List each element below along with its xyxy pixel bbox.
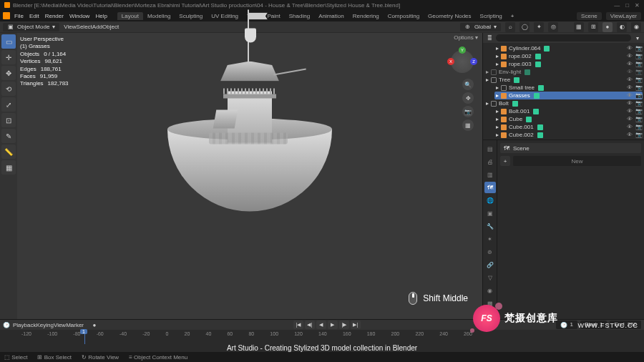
proportional-toggle[interactable]: ◯: [519, 22, 530, 32]
perspective-icon[interactable]: ▦: [462, 119, 474, 131]
outliner-item[interactable]: ▸ Env-light 👁 📷: [484, 68, 643, 76]
snap-toggle[interactable]: ⌕: [505, 22, 515, 32]
add-workspace-button[interactable]: +: [508, 12, 517, 20]
outliner-item[interactable]: ▸ Tree 👁 📷: [484, 76, 643, 84]
tab-output[interactable]: 🖨: [484, 156, 496, 167]
disable-icon[interactable]: 📷: [635, 84, 641, 91]
outliner-item[interactable]: ▸ Cube 👁 📷: [494, 115, 643, 123]
orientation-selector[interactable]: ⊕ Global ▾: [460, 23, 501, 31]
rotate-tool[interactable]: ⟲: [1, 82, 16, 96]
disclosure-icon[interactable]: ▸: [496, 84, 499, 91]
outliner-item[interactable]: ▸ Cube.002 👁 📷: [494, 131, 643, 139]
workspace-tab-geometry nodes[interactable]: Geometry Nodes: [424, 12, 475, 20]
hide-icon[interactable]: 👁: [627, 84, 633, 91]
tab-particles[interactable]: ✶: [484, 233, 496, 245]
axis-y[interactable]: Y: [459, 47, 466, 54]
disable-icon[interactable]: 📷: [635, 45, 641, 52]
disclosure-icon[interactable]: ▸: [496, 132, 499, 138]
tab-modifiers[interactable]: 🔧: [484, 220, 496, 232]
disable-icon[interactable]: 📷: [635, 132, 641, 138]
tab-texture[interactable]: ▩: [484, 298, 496, 309]
hide-icon[interactable]: 👁: [627, 77, 633, 83]
outliner-item[interactable]: ▸ rope.002 👁 📷: [494, 52, 643, 60]
hide-icon[interactable]: 👁: [627, 53, 633, 59]
zoom-icon[interactable]: 🔍: [462, 79, 474, 90]
menu-help[interactable]: Help: [92, 12, 109, 20]
outliner-item[interactable]: ▸ Cylinder.064 👁 📷: [494, 44, 643, 52]
disable-icon[interactable]: 📷: [635, 108, 641, 114]
tab-physics[interactable]: ⊚: [484, 246, 496, 258]
autokey-icon[interactable]: ●: [91, 321, 98, 328]
disclosure-icon[interactable]: ▸: [496, 45, 499, 52]
workspace-tab-uv editing[interactable]: UV Editing: [207, 12, 243, 20]
play-reverse-button[interactable]: ◀: [316, 321, 326, 329]
workspace-tab-rendering[interactable]: Rendering: [348, 12, 384, 20]
timeline-menu-keying[interactable]: Keying: [36, 322, 53, 328]
transform-tool[interactable]: ⊡: [1, 113, 16, 127]
outliner-search[interactable]: [496, 34, 631, 41]
header-menu-view[interactable]: View: [64, 24, 76, 30]
frame-current[interactable]: 🕑1: [556, 321, 577, 329]
disable-icon[interactable]: 📷: [635, 100, 641, 107]
add-cube-tool[interactable]: ▦: [1, 160, 16, 175]
move-tool[interactable]: ✥: [1, 66, 16, 80]
disclosure-icon[interactable]: ▸: [496, 61, 499, 67]
outliner-item[interactable]: ▸ Bolt.001 👁 📷: [494, 107, 643, 115]
workspace-tab-shading[interactable]: Shading: [285, 12, 314, 20]
play-button[interactable]: ▶: [328, 321, 338, 329]
shading-rendered[interactable]: ◉: [631, 22, 641, 32]
disclosure-icon[interactable]: ▸: [486, 69, 489, 75]
camera-icon[interactable]: 📷: [462, 106, 474, 117]
hide-icon[interactable]: 👁: [627, 124, 633, 130]
workspace-tab-modeling[interactable]: Modeling: [143, 12, 175, 20]
playhead[interactable]: [84, 330, 85, 344]
axis-z[interactable]: Z: [470, 58, 477, 65]
header-menu-select[interactable]: Select: [77, 24, 92, 30]
annotate-tool[interactable]: ✎: [1, 129, 16, 143]
timeline-ruler[interactable]: -120-100-80-60-40-2002040608010012014016…: [0, 330, 644, 344]
hide-icon[interactable]: 👁: [627, 69, 633, 75]
disclosure-icon[interactable]: ▸: [496, 92, 499, 99]
options-dropdown[interactable]: Options ▾: [454, 34, 478, 41]
close-button[interactable]: ✕: [635, 2, 640, 9]
timeline-menu-playback[interactable]: Playback: [13, 322, 36, 328]
outliner-item[interactable]: ▸ Cube.001 👁 📷: [494, 123, 643, 131]
tab-viewlayer[interactable]: ▥: [484, 169, 496, 180]
shading-material[interactable]: ◐: [617, 22, 627, 32]
disable-icon[interactable]: 📷: [635, 61, 641, 67]
timeline-menu-marker[interactable]: Marker: [66, 322, 84, 328]
tab-constraints[interactable]: 🔗: [484, 259, 496, 270]
menu-window[interactable]: Window: [67, 12, 92, 20]
disclosure-icon[interactable]: ▸: [496, 53, 499, 59]
axis-x[interactable]: X: [447, 58, 454, 65]
shading-solid[interactable]: ●: [602, 22, 613, 32]
keyframe-next-button[interactable]: |▶: [339, 321, 349, 329]
hide-icon[interactable]: 👁: [627, 116, 633, 122]
outliner-mode-icon[interactable]: ≣: [486, 34, 493, 41]
disable-icon[interactable]: 📷: [635, 69, 641, 75]
disclosure-icon[interactable]: ▸: [486, 100, 489, 107]
scale-tool[interactable]: ⤢: [1, 97, 16, 112]
pan-icon[interactable]: ✥: [462, 92, 474, 104]
mode-selector[interactable]: ▣ Object Mode ▾: [3, 23, 59, 31]
outliner-item[interactable]: ▸ Grasses 👁 📷: [494, 92, 643, 99]
tab-render[interactable]: ▤: [484, 143, 496, 155]
disable-icon[interactable]: 📷: [635, 92, 641, 99]
outliner-item[interactable]: ▸ rope.003 👁 📷: [494, 60, 643, 68]
menu-render[interactable]: Render: [42, 12, 67, 20]
minimize-button[interactable]: —: [614, 2, 620, 9]
jump-end-button[interactable]: ▶|: [351, 321, 361, 329]
hide-icon[interactable]: 👁: [627, 45, 633, 52]
tab-data[interactable]: ▽: [484, 272, 496, 283]
viewlayer-selector[interactable]: ViewLayer: [606, 12, 641, 20]
hide-icon[interactable]: 👁: [627, 92, 633, 99]
workspace-tab-animation[interactable]: Animation: [314, 12, 348, 20]
hide-icon[interactable]: 👁: [627, 61, 633, 67]
hide-icon[interactable]: 👁: [627, 100, 633, 107]
disable-icon[interactable]: 📷: [635, 53, 641, 59]
filter-icon[interactable]: ▾: [634, 34, 641, 41]
overlays-toggle[interactable]: ◎: [548, 22, 558, 32]
hide-icon[interactable]: 👁: [627, 132, 633, 138]
new-button[interactable]: New: [513, 156, 641, 166]
tab-object[interactable]: ▣: [484, 207, 496, 219]
